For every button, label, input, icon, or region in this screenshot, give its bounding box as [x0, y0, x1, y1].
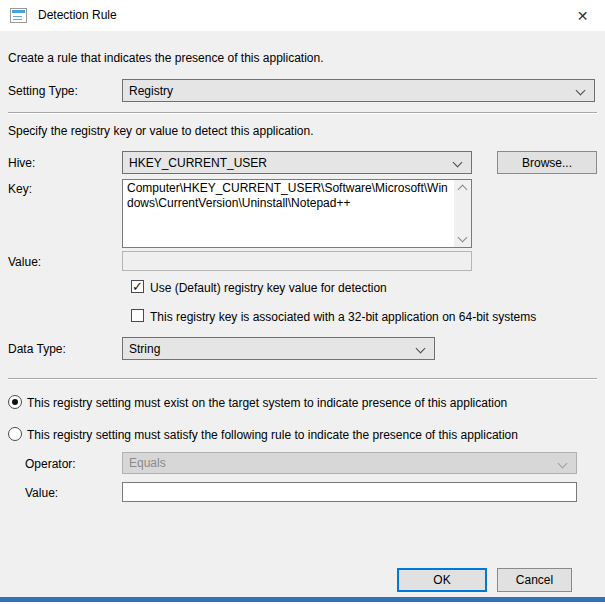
chevron-down-icon	[416, 344, 426, 354]
key-label: Key:	[8, 182, 32, 196]
value-input	[122, 251, 472, 271]
rule-value-input[interactable]	[122, 482, 577, 502]
browse-button-label: Browse...	[522, 156, 572, 170]
dialog-body: Create a rule that indicates the presenc…	[0, 31, 605, 597]
must-exist-radio-label[interactable]: This registry setting must exist on the …	[27, 396, 507, 410]
data-type-value: String	[129, 342, 160, 356]
operator-combobox: Equals	[122, 452, 577, 474]
data-type-combobox[interactable]: String	[122, 337, 435, 360]
cancel-button[interactable]: Cancel	[497, 568, 572, 592]
is-32bit-checkbox[interactable]	[131, 309, 144, 322]
hive-value: HKEY_CURRENT_USER	[129, 156, 267, 170]
rule-value-label: Value:	[25, 486, 58, 500]
scroll-down-icon[interactable]	[458, 233, 468, 243]
window-title: Detection Rule	[38, 0, 117, 31]
key-scrollbar[interactable]	[454, 180, 471, 247]
window-bottom-accent	[0, 597, 605, 602]
registry-instruction: Specify the registry key or value to det…	[8, 124, 314, 138]
close-icon: ✕	[577, 9, 589, 23]
data-type-label: Data Type:	[8, 342, 66, 356]
setting-type-combobox[interactable]: Registry	[122, 79, 595, 102]
is-32bit-checkbox-label[interactable]: This registry key is associated with a 3…	[150, 310, 536, 324]
separator	[8, 112, 597, 114]
chevron-down-icon	[558, 459, 568, 469]
use-default-checkbox[interactable]	[131, 280, 144, 293]
scroll-up-icon[interactable]	[458, 185, 468, 195]
title-bar: Detection Rule ✕	[0, 0, 605, 31]
setting-type-value: Registry	[129, 84, 173, 98]
operator-label: Operator:	[25, 457, 76, 471]
value-label: Value:	[8, 255, 41, 269]
hive-combobox[interactable]: HKEY_CURRENT_USER	[122, 151, 472, 174]
must-exist-radio[interactable]	[8, 395, 22, 409]
browse-button[interactable]: Browse...	[497, 151, 597, 174]
intro-text: Create a rule that indicates the presenc…	[8, 51, 324, 65]
use-default-checkbox-label[interactable]: Use (Default) registry key value for det…	[150, 281, 387, 295]
dialog-form-icon	[10, 8, 27, 23]
must-satisfy-radio[interactable]	[8, 427, 22, 441]
must-satisfy-radio-label[interactable]: This registry setting must satisfy the f…	[27, 428, 518, 442]
chevron-down-icon	[453, 158, 463, 168]
hive-label: Hive:	[8, 156, 35, 170]
close-button[interactable]: ✕	[560, 0, 605, 31]
separator	[8, 378, 597, 380]
operator-value: Equals	[129, 456, 166, 470]
ok-button-label: OK	[433, 573, 450, 587]
key-field-container: Computer\HKEY_CURRENT_USER\Software\Micr…	[122, 179, 472, 248]
detection-rule-dialog: Detection Rule ✕ Create a rule that indi…	[0, 0, 605, 605]
cancel-button-label: Cancel	[516, 573, 553, 587]
setting-type-label: Setting Type:	[8, 84, 78, 98]
chevron-down-icon	[576, 86, 586, 96]
key-textarea[interactable]: Computer\HKEY_CURRENT_USER\Software\Micr…	[123, 180, 454, 247]
ok-button[interactable]: OK	[397, 568, 487, 592]
